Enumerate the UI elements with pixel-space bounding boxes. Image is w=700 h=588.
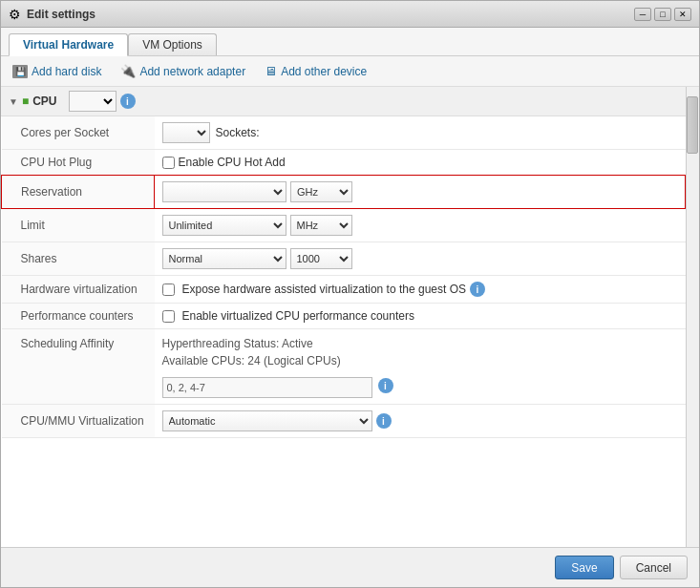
window-title: Edit settings [27, 8, 95, 21]
affinity-info-icon[interactable]: i [378, 378, 393, 393]
hw-virt-label: Expose hardware assisted virtualization … [182, 283, 467, 296]
shares-value-select[interactable]: 1000 [290, 248, 352, 269]
row-label: Scheduling Affinity [2, 329, 155, 405]
cpu-mmu-info-icon[interactable]: i [376, 413, 392, 429]
cpu-mmu-select[interactable]: Automatic Software Hardware [162, 410, 372, 431]
cancel-button[interactable]: Cancel [620, 556, 688, 579]
network-icon: 🔌 [120, 64, 136, 78]
table-row: Limit Unlimited MHz GHz [2, 209, 686, 242]
cores-per-socket-select[interactable]: 1 2 4 [162, 122, 210, 143]
limit-unit-select[interactable]: MHz GHz [290, 215, 352, 236]
minimize-button[interactable]: ─ [634, 8, 651, 21]
row-value: Enable CPU Hot Add [155, 150, 686, 176]
affinity-available: Available CPUs: 24 (Logical CPUs) [162, 352, 678, 369]
add-network-adapter-button[interactable]: 🔌 Add network adapter [117, 62, 249, 80]
cpu-section-header: ▼ ■ CPU 1 2 4 8 i [1, 87, 686, 116]
cpu-hot-add-label: Enable CPU Hot Add [179, 156, 286, 169]
row-label: Shares [2, 242, 155, 276]
scrollbar-thumb[interactable] [687, 96, 698, 154]
reservation-row: Reservation MHz GHz [2, 176, 686, 209]
sockets-label: Sockets: [216, 126, 260, 139]
hw-virt-info-icon[interactable]: i [470, 282, 485, 297]
row-label: CPU/MMU Virtualization [2, 405, 155, 438]
close-button[interactable]: ✕ [674, 8, 691, 21]
table-row: CPU/MMU Virtualization Automatic Softwar… [2, 405, 686, 438]
row-label: Hardware virtualization [2, 276, 155, 304]
table-row: Shares Low Normal High Custom 1000 [2, 242, 686, 276]
scrollbar[interactable] [686, 87, 699, 547]
table-row: Scheduling Affinity Hyperthreading Statu… [2, 329, 686, 405]
cpu-info-icon[interactable]: i [120, 94, 136, 109]
row-value: Enable virtualized CPU performance count… [155, 304, 686, 329]
settings-table: Cores per Socket 1 2 4 Sockets: [1, 116, 686, 438]
save-button[interactable]: Save [555, 556, 613, 579]
hw-virt-checkbox[interactable] [162, 284, 175, 296]
row-label: Limit [2, 209, 155, 242]
table-row: Hardware virtualization Expose hardware … [2, 276, 686, 304]
table-row: Cores per Socket 1 2 4 Sockets: [2, 116, 686, 150]
row-label: Reservation [2, 176, 155, 209]
tab-vm-options[interactable]: VM Options [128, 33, 217, 55]
tab-virtual-hardware[interactable]: Virtual Hardware [9, 33, 128, 56]
perf-counters-checkbox[interactable] [162, 310, 175, 323]
reservation-value-select[interactable] [162, 181, 286, 202]
row-value: Low Normal High Custom 1000 [155, 242, 686, 276]
cpu-icon: ■ [22, 94, 29, 108]
cpu-count-select[interactable]: 1 2 4 8 [69, 91, 117, 112]
table-row: CPU Hot Plug Enable CPU Hot Add [2, 150, 686, 176]
row-label: Performance counters [2, 304, 155, 329]
cpu-section-label: CPU [32, 94, 56, 108]
row-value: Hyperthreading Status: Active Available … [155, 329, 686, 405]
hard-disk-icon: 💾 [12, 65, 28, 78]
affinity-status: Hyperthreading Status: Active [162, 335, 678, 352]
collapse-toggle[interactable]: ▼ [9, 96, 18, 107]
row-value: 1 2 4 Sockets: [155, 116, 686, 150]
row-label: CPU Hot Plug [2, 150, 155, 176]
affinity-input[interactable] [162, 377, 372, 398]
shares-select[interactable]: Low Normal High Custom [162, 248, 286, 269]
row-label: Cores per Socket [2, 116, 155, 150]
cpu-hot-add-checkbox[interactable] [162, 157, 175, 169]
row-value: Expose hardware assisted virtualization … [155, 276, 686, 304]
row-value: Unlimited MHz GHz [155, 209, 686, 242]
add-hard-disk-button[interactable]: 💾 Add hard disk [9, 63, 105, 80]
row-value: Automatic Software Hardware i [155, 405, 686, 438]
table-row: Performance counters Enable virtualized … [2, 304, 686, 329]
reservation-unit-select[interactable]: MHz GHz [290, 181, 352, 202]
maximize-button[interactable]: □ [654, 8, 671, 21]
device-icon: 🖥 [265, 64, 277, 78]
row-value: MHz GHz [155, 176, 686, 209]
perf-counters-label: Enable virtualized CPU performance count… [182, 309, 414, 323]
window-icon: ⚙ [9, 7, 21, 22]
add-other-device-button[interactable]: 🖥 Add other device [261, 62, 371, 80]
limit-value-select[interactable]: Unlimited [162, 215, 286, 236]
